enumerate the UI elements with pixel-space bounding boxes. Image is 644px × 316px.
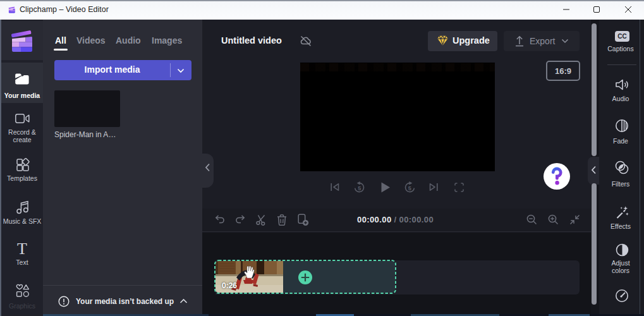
svg-text:5: 5 [358,185,361,191]
svg-text:5: 5 [408,185,411,191]
svg-text:T: T [17,241,27,256]
